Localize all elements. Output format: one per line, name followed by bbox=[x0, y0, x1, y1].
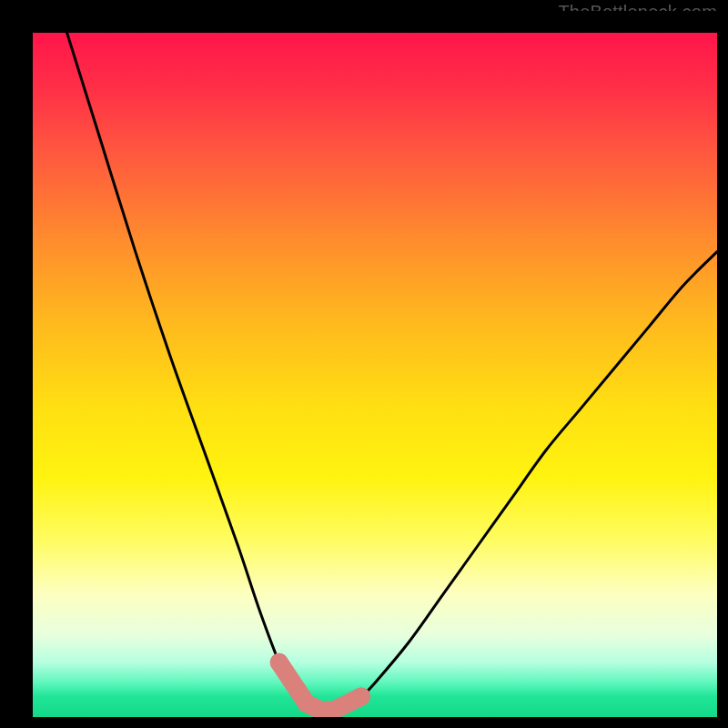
plot-area bbox=[33, 33, 717, 717]
sweet-spot-dot-right bbox=[352, 687, 370, 705]
sweet-spot-highlight bbox=[279, 662, 361, 711]
bottleneck-curve-svg bbox=[33, 33, 717, 717]
bottleneck-curve-path bbox=[67, 33, 717, 711]
sweet-spot-dot-left bbox=[270, 653, 288, 672]
chart-frame bbox=[11, 11, 717, 717]
